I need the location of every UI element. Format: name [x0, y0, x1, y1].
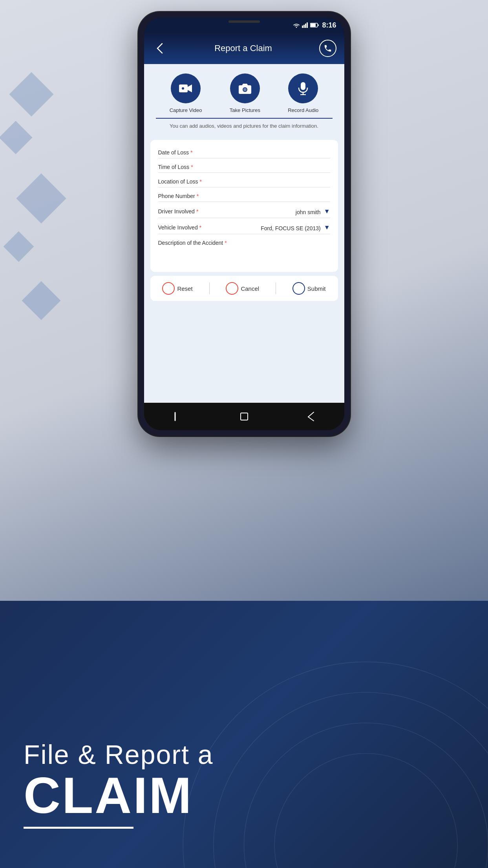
submit-button[interactable]: Submit — [292, 282, 326, 295]
video-camera-icon — [179, 83, 193, 94]
svg-point-13 — [182, 87, 184, 90]
svg-rect-16 — [301, 82, 305, 90]
nav-back-icon — [172, 411, 183, 422]
phone-device: 8:16 Report a Claim — [138, 12, 350, 436]
bottom-banner: File & Report a CLAIM — [0, 601, 488, 868]
cancel-button[interactable]: Cancel — [226, 282, 259, 295]
svg-rect-8 — [307, 22, 308, 28]
svg-point-4 — [296, 27, 297, 28]
take-pictures-circle — [230, 73, 260, 103]
diamond-decoration — [9, 72, 53, 116]
nav-recents-button[interactable] — [303, 409, 319, 424]
svg-rect-10 — [311, 24, 316, 27]
phone-number-field[interactable]: Phone Number * — [158, 187, 330, 202]
date-of-loss-label: Date of Loss * — [158, 149, 330, 156]
record-audio-label: Record Audio — [288, 107, 318, 113]
capture-video-circle — [171, 73, 201, 103]
page-title: Report a Claim — [214, 43, 272, 53]
speaker-notch — [228, 20, 260, 23]
microphone-icon — [297, 82, 309, 95]
time-of-loss-label: Time of Loss * — [158, 164, 330, 170]
svg-point-0 — [183, 662, 488, 868]
description-field[interactable]: Description of the Accident * — [158, 234, 330, 268]
description-required-star: * — [225, 240, 227, 246]
app-header: Report a Claim — [144, 33, 344, 64]
signal-icon — [302, 22, 308, 28]
date-of-loss-field[interactable]: Date of Loss * — [158, 144, 330, 158]
vehicle-dropdown-arrow: ▼ — [324, 224, 330, 231]
battery-icon — [310, 23, 319, 28]
back-button[interactable] — [152, 40, 168, 56]
svg-point-1 — [214, 692, 488, 868]
location-of-loss-label: Location of Loss * — [158, 178, 330, 185]
take-pictures-button[interactable]: Take Pictures — [230, 73, 260, 113]
phone-shell: 8:16 Report a Claim — [138, 12, 350, 436]
banner-title: CLAIM — [24, 770, 214, 821]
svg-point-15 — [243, 88, 247, 91]
submit-label: Submit — [307, 285, 326, 292]
time-of-loss-field[interactable]: Time of Loss * — [158, 158, 330, 173]
banner-text: File & Report a CLAIM — [24, 739, 214, 821]
driver-involved-label: Driver Involved * — [158, 208, 199, 215]
phone-button[interactable] — [319, 40, 336, 57]
svg-rect-7 — [305, 24, 306, 28]
nav-back-button[interactable] — [170, 409, 185, 424]
phone-required-star: * — [197, 193, 199, 199]
status-bar: 8:16 — [144, 18, 344, 33]
phone-icon — [324, 44, 332, 53]
nav-home-icon — [239, 411, 249, 422]
submit-icon — [292, 282, 305, 295]
reset-svg — [165, 285, 172, 292]
record-audio-circle — [288, 73, 318, 103]
vehicle-dropdown[interactable]: Ford, FOCUS SE (2013) ▼ — [261, 224, 330, 231]
phone-screen: 8:16 Report a Claim — [144, 18, 344, 430]
back-icon — [156, 43, 163, 54]
driver-dropdown-arrow: ▼ — [324, 208, 330, 215]
media-buttons-row: Capture Video Take Pictur — [156, 73, 333, 113]
vehicle-involved-row: Vehicle Involved * Ford, FOCUS SE (2013)… — [158, 224, 330, 231]
reset-button[interactable]: Reset — [162, 282, 192, 295]
camera-icon — [238, 83, 252, 94]
reset-icon — [162, 282, 175, 295]
time-required-star: * — [191, 164, 193, 170]
svg-point-2 — [244, 723, 488, 868]
status-time: 8:16 — [322, 21, 336, 29]
banner-line — [24, 827, 133, 829]
cancel-label: Cancel — [241, 285, 259, 292]
wifi-icon — [293, 22, 300, 28]
submit-svg — [296, 285, 302, 292]
location-of-loss-field[interactable]: Location of Loss * — [158, 173, 330, 187]
svg-rect-5 — [302, 26, 303, 28]
diamond-decoration — [22, 281, 61, 320]
driver-involved-row: Driver Involved * john smith ▼ — [158, 207, 330, 215]
driver-dropdown[interactable]: john smith ▼ — [296, 207, 330, 215]
action-buttons: Reset Cancel — [150, 276, 338, 301]
description-label: Description of the Accident * — [158, 240, 330, 246]
diamond-decoration — [4, 231, 34, 262]
claim-form: Date of Loss * Time of Loss * — [150, 140, 338, 272]
driver-involved-field[interactable]: Driver Involved * john smith ▼ — [158, 202, 330, 218]
record-audio-button[interactable]: Record Audio — [288, 73, 318, 113]
media-divider — [156, 118, 333, 119]
location-required-star: * — [199, 178, 201, 185]
media-section: Capture Video Take Pictur — [144, 64, 344, 136]
divider-1 — [209, 283, 210, 294]
app-content: Capture Video Take Pictur — [144, 64, 344, 403]
svg-rect-11 — [318, 24, 319, 26]
status-icons — [293, 22, 319, 28]
cancel-icon — [226, 282, 238, 295]
vehicle-involved-field[interactable]: Vehicle Involved * Ford, FOCUS SE (2013)… — [158, 218, 330, 234]
svg-rect-6 — [303, 25, 305, 28]
cancel-svg — [229, 286, 235, 291]
capture-video-button[interactable]: Capture Video — [170, 73, 202, 113]
vehicle-required-star: * — [199, 224, 201, 231]
phone-number-label: Phone Number * — [158, 193, 330, 199]
svg-rect-20 — [241, 413, 248, 420]
divider-2 — [276, 283, 276, 294]
description-area[interactable] — [158, 246, 330, 266]
svg-point-3 — [274, 753, 457, 868]
nav-bar — [144, 403, 344, 430]
reset-label: Reset — [177, 285, 192, 292]
driver-required-star: * — [196, 208, 198, 215]
nav-home-button[interactable] — [236, 409, 252, 424]
